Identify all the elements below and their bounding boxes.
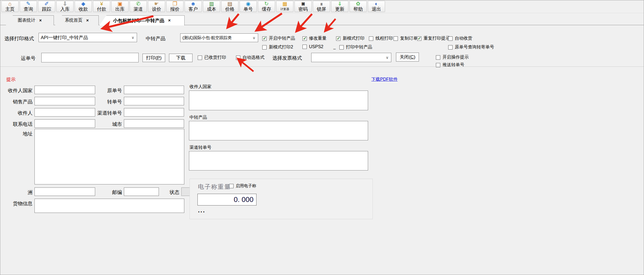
transit-product-select[interactable]: (测试)国际小包-航空跟踪类 ∨ [180,33,258,42]
checkbox-modify-weight[interactable]: 修改重量 [302,36,327,41]
checkbox-enable-transit[interactable]: 开启中转产品 [262,36,295,41]
toolbar-button-channel[interactable]: ✆ 渠道 [130,1,147,12]
invoice-format-select[interactable]: ∨ [311,53,391,62]
checkbox-box[interactable] [262,45,267,50]
tab-label-print-transit[interactable]: 小包标签打印---中转产品 × [99,15,185,25]
checkbox-box[interactable] [339,45,344,50]
checkbox-new-mode-print2[interactable]: 新模式打印2 [262,44,293,50]
toolbar-button-exit[interactable]: ◐ 退出 [368,1,385,12]
checkbox-repeat-print-alert[interactable]: 重复打印提示 [417,36,450,41]
download-pdf-link[interactable]: 下载PDF软件 [371,77,398,82]
checkbox-box[interactable] [369,36,373,41]
checkbox-copy-order[interactable]: 复制订单 [394,36,418,41]
weight-value-field[interactable]: 0. 000 [197,194,257,205]
checkbox-usps2[interactable]: USPS2 [302,44,323,49]
toolbar-button-receive-payment[interactable]: ◆ 收款 [75,1,92,12]
state-input[interactable] [34,187,95,196]
toolbar-button-update[interactable]: ⇓ 更新 [331,1,348,12]
toolbar-label: 帮助 [354,7,363,12]
checkbox-box[interactable] [448,45,453,50]
zip-label: 邮编 [95,189,122,196]
transfer-no-input[interactable] [124,97,184,105]
mid-recipient-country-box[interactable] [189,91,368,110]
toolbar-button-home[interactable]: ⌂ 主页 [1,1,19,12]
close-icon[interactable]: × [39,18,42,23]
toolbar-button-lock-screen[interactable]: ∎ 锁屏 [313,1,330,12]
toolbar-button-payment[interactable]: ¥ 付款 [93,1,110,12]
checkbox-box[interactable] [236,56,240,60]
toolbar-button-price[interactable]: ▤ 价格 [221,1,238,12]
checkbox-box[interactable] [436,55,440,60]
invoice-format-label: 选择发票格式 [272,55,302,61]
exit-icon: ◐ [375,1,378,7]
close-icon[interactable]: × [168,18,171,23]
original-no-input[interactable] [124,86,184,94]
checkbox-auto-receive[interactable]: 自动收货 [448,36,472,41]
help-icon: ✿ [356,1,360,7]
recipient-input[interactable] [34,108,95,117]
tab-chart-statistics[interactable]: 图表统计 × [6,15,54,25]
checkbox-new-mode-print[interactable]: 新模式打印 [336,36,365,41]
recipient-country-input[interactable] [34,86,95,94]
checkbox-box[interactable] [262,36,267,41]
checkbox-box[interactable] [448,36,453,41]
print-format-label: 选择打印格式 [4,35,34,42]
close-icon[interactable]: × [86,18,89,23]
waybill-input[interactable] [41,53,139,62]
checkbox-thread-print[interactable]: 线程打印 [369,36,393,41]
checkbox-enable-scale[interactable]: 启用电子称 [229,183,256,189]
toolbar-button-cost[interactable]: ▥ 成本 [203,1,220,12]
recipient-country-label: 收件人国家 [2,87,33,94]
checkbox-box[interactable] [229,184,234,188]
checkbox-box[interactable] [302,45,307,49]
toolbar-button-tracking-number[interactable]: ◉ 单号 [240,1,257,12]
download-button[interactable]: 下载 [169,54,193,62]
print-format-select[interactable]: API一键打印_中转产品 ∨ [39,33,137,42]
checkbox-box[interactable] [302,36,307,41]
track-icon: ✐ [45,1,49,7]
checkbox-enable-operation-tip[interactable]: 开启操作提示 [436,54,469,60]
tab-system-home[interactable]: 系统首页 × [55,15,99,25]
contact-phone-input[interactable] [34,119,95,128]
mid-transit-product-box[interactable] [189,121,368,140]
toolbar-button-inbound[interactable]: ⇩ 入库 [56,1,74,12]
checkbox-box[interactable] [417,36,421,41]
tab-label: 小包标签打印---中转产品 [113,18,164,24]
checkbox-auto-select-format[interactable]: 自动选格式 [236,55,264,60]
address-textarea[interactable] [34,129,184,184]
checkbox-original-no-query-forward-no[interactable]: 原单号查询转寄单号 [448,44,494,50]
toolbar-label: 单号 [244,7,253,12]
toolbar-underline [0,13,644,13]
more-ellipsis[interactable]: ... [198,207,205,214]
toolbar-label: 收款 [79,7,88,12]
toolbar-button-set-price[interactable]: ☛ 设价 [148,1,165,12]
close-button[interactable]: 关闭(C) [396,53,419,62]
checkbox-box[interactable] [336,36,340,41]
checkbox-print-transit-product[interactable]: 打印中转产品 [339,44,372,50]
city-input[interactable] [124,119,184,128]
print-button[interactable]: 打印(P) [142,54,165,62]
toolbar-button-calculator[interactable]: ▦ 计算器 [276,1,293,12]
toolbar-button-password[interactable]: ◙ 密码 [295,1,312,12]
toolbar-button-help[interactable]: ✿ 帮助 [349,1,367,12]
toolbar-button-cache[interactable]: ↻ 缓存 [258,1,275,12]
home-icon: ⌂ [8,1,11,7]
toolbar-button-quote[interactable]: ❒ 报价 [166,1,183,12]
toolbar-button-outbound[interactable]: ▣ 出库 [111,1,129,12]
transfer-no-label: 转单号 [95,99,122,105]
toolbar-button-track[interactable]: ✐ 跟踪 [38,1,55,12]
underscore-text: _ [333,45,336,49]
toolbar-button-search[interactable]: ✎ 查询 [20,1,37,12]
toolbar-button-customer[interactable]: ☻ 客户 [185,1,202,12]
checkbox-box[interactable] [394,36,398,41]
checkbox-push-transfer-no[interactable]: 推送转单号 [436,62,464,68]
cargo-info-input[interactable] [34,199,184,213]
mid-transit-product-label: 中转产品 [190,115,207,120]
checkbox-received-print[interactable]: 已收货打印 [198,55,226,60]
sale-product-input[interactable] [34,97,95,105]
sale-product-label: 销售产品 [2,99,33,105]
transit-product-label: 中转产品 [146,35,165,42]
checkbox-box[interactable] [198,56,202,60]
channel-transfer-no-input[interactable] [124,108,184,117]
mid-channel-transfer-box[interactable] [189,151,368,170]
